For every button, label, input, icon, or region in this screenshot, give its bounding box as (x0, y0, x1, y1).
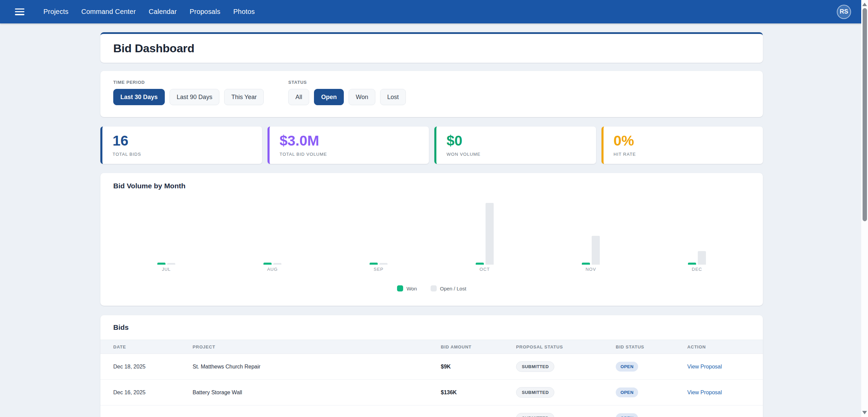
filter-lost-button[interactable]: Lost (380, 89, 406, 105)
bar-open-lost-nov[interactable] (592, 236, 600, 265)
stat-card-total-bid-volume: $3.0M TOTAL BID VOLUME (268, 127, 429, 164)
bar-won-dec[interactable] (688, 263, 696, 265)
cell-bid-status: OPEN (616, 387, 687, 397)
table-row: Dec 16, 2025 Battery Storage Wall $136K … (100, 380, 763, 405)
nav-item-projects[interactable]: Projects (43, 8, 68, 16)
bid-status-badge: OPEN (616, 387, 638, 397)
legend-label-won: Won (407, 286, 417, 291)
legend-item-won: Won (397, 285, 417, 291)
table-row: Dec 18, 2025 St. Matthews Church Repair … (100, 354, 763, 380)
nav-item-command-center[interactable]: Command Center (81, 8, 136, 16)
stat-card-won-volume: $0 WON VOLUME (434, 127, 596, 164)
stat-card-total-bids: 16 TOTAL BIDS (100, 127, 262, 164)
bids-card: Bids DATE PROJECT BID AMOUNT PROPOSAL ST… (100, 315, 763, 417)
bar-group-sep (326, 197, 432, 265)
bar-open-lost-dec[interactable] (698, 251, 706, 265)
stat-value: $0 (447, 134, 596, 148)
time-period-options: Last 30 Days Last 90 Days This Year (113, 89, 264, 105)
axis-label-jul: JUL (113, 267, 219, 272)
legend-item-open-lost: Open / Lost (431, 285, 467, 291)
main-content: Bid Dashboard TIME PERIOD Last 30 Days L… (100, 32, 763, 417)
page-title-card: Bid Dashboard (100, 32, 763, 63)
filter-all-button[interactable]: All (288, 89, 309, 105)
status-label: STATUS (288, 80, 406, 85)
bar-group-aug (219, 197, 326, 265)
avatar[interactable]: RS (837, 5, 851, 19)
menu-icon[interactable] (15, 8, 24, 15)
column-header-date: DATE (113, 344, 193, 349)
bar-open-lost-jul[interactable] (167, 263, 175, 265)
filter-won-button[interactable]: Won (349, 89, 375, 105)
stat-label: HIT RATE (614, 152, 763, 157)
axis-label-aug: AUG (219, 267, 326, 272)
scrollbar[interactable] (861, 0, 868, 417)
stat-label: TOTAL BIDS (113, 152, 262, 157)
stat-value: 0% (614, 134, 763, 148)
nav-item-calendar[interactable]: Calendar (149, 8, 177, 16)
table-row: SUBMITTED OPEN (100, 405, 763, 417)
bar-open-lost-aug[interactable] (273, 263, 281, 265)
filter-last-90-days-button[interactable]: Last 90 Days (170, 89, 219, 105)
time-period-filter: TIME PERIOD Last 30 Days Last 90 Days Th… (113, 80, 264, 105)
view-proposal-link[interactable]: View Proposal (687, 364, 722, 369)
cell-proposal-status: SUBMITTED (516, 361, 616, 372)
axis-label-sep: SEP (326, 267, 432, 272)
filter-this-year-button[interactable]: This Year (224, 89, 264, 105)
view-proposal-link[interactable]: View Proposal (687, 390, 722, 395)
stat-card-hit-rate: 0% HIT RATE (601, 127, 763, 164)
column-header-project: PROJECT (193, 344, 441, 349)
filter-last-30-days-button[interactable]: Last 30 Days (113, 89, 165, 105)
chart-card: Bid Volume by Month JUL AUG S (100, 173, 763, 306)
status-options: All Open Won Lost (288, 89, 406, 105)
cell-action: View Proposal (687, 364, 763, 370)
cell-date: Dec 18, 2025 (113, 364, 193, 370)
bar-won-sep[interactable] (370, 263, 378, 265)
scroll-down-icon[interactable] (862, 411, 867, 414)
cell-date: Dec 16, 2025 (113, 390, 193, 396)
stat-value: $3.0M (280, 134, 429, 148)
bar-chart (113, 197, 750, 265)
status-filter: STATUS All Open Won Lost (288, 80, 406, 105)
bid-status-badge: OPEN (616, 413, 638, 417)
stat-label: TOTAL BID VOLUME (280, 152, 429, 157)
column-header-bid-amount: BID AMOUNT (441, 344, 516, 349)
cell-bid-status: OPEN (616, 362, 687, 372)
bar-won-nov[interactable] (582, 263, 590, 265)
nav-links: Projects Command Center Calendar Proposa… (43, 8, 255, 16)
menu-icon-bar (15, 8, 24, 10)
bar-won-aug[interactable] (263, 263, 272, 265)
cell-bid-amount: $136K (441, 390, 516, 396)
bar-won-oct[interactable] (476, 263, 484, 265)
menu-icon-bar (15, 14, 24, 15)
axis-label-oct: OCT (432, 267, 538, 272)
stat-label: WON VOLUME (447, 152, 596, 157)
cell-proposal-status: SUBMITTED (516, 387, 616, 398)
bar-group-jul (113, 197, 219, 265)
cell-action: View Proposal (687, 390, 763, 396)
nav-item-proposals[interactable]: Proposals (190, 8, 220, 16)
bar-open-lost-sep[interactable] (379, 263, 388, 265)
column-header-action: ACTION (687, 344, 763, 349)
axis-label-dec: DEC (644, 267, 750, 272)
scrollbar-thumb[interactable] (863, 8, 867, 221)
filter-open-button[interactable]: Open (314, 89, 344, 105)
proposal-status-badge: SUBMITTED (516, 413, 554, 417)
proposal-status-badge: SUBMITTED (516, 361, 554, 372)
filters-card: TIME PERIOD Last 30 Days Last 90 Days Th… (100, 71, 763, 117)
chart-legend: Won Open / Lost (113, 285, 750, 291)
menu-icon-bar (15, 11, 24, 13)
scroll-up-icon[interactable] (862, 3, 867, 6)
cell-bid-status: OPEN (616, 413, 687, 417)
column-header-proposal-status: PROPOSAL STATUS (516, 344, 616, 349)
top-nav: Projects Command Center Calendar Proposa… (0, 0, 868, 23)
legend-label-open-lost: Open / Lost (440, 286, 467, 291)
bar-open-lost-oct[interactable] (486, 203, 494, 265)
bids-title: Bids (100, 323, 763, 331)
bar-group-nov (538, 197, 644, 265)
bar-won-jul[interactable] (157, 263, 165, 265)
proposal-status-badge: SUBMITTED (516, 387, 554, 398)
chart-title: Bid Volume by Month (113, 182, 750, 190)
x-axis-labels: JUL AUG SEP OCT NOV DEC (113, 267, 750, 272)
nav-item-photos[interactable]: Photos (233, 8, 255, 16)
bid-status-badge: OPEN (616, 362, 638, 372)
